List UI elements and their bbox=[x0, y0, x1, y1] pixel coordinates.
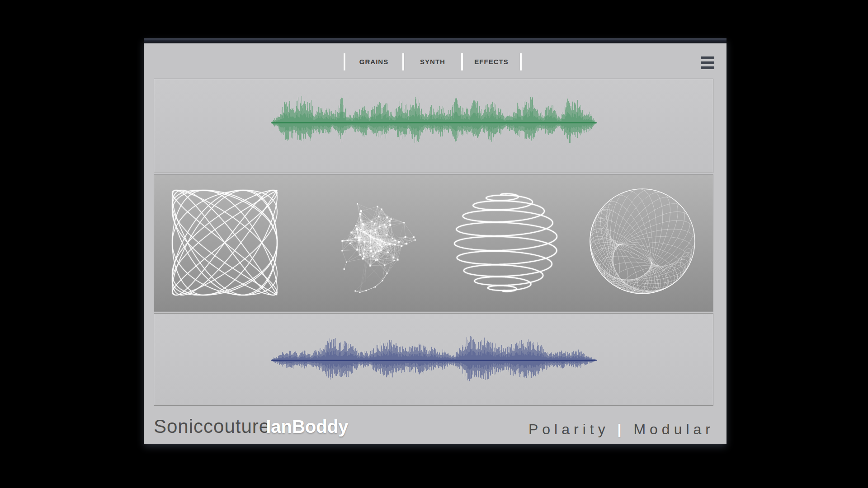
lissajous-figure bbox=[168, 186, 281, 299]
product-name-right: Modular bbox=[633, 421, 714, 437]
page-tab-bar: GRAINS SYNTH EFFECTS bbox=[344, 53, 522, 70]
synth-waveform-panel bbox=[154, 313, 713, 406]
tab-effects[interactable]: EFFECTS bbox=[463, 53, 520, 70]
wireframe-sphere-figure bbox=[586, 185, 699, 298]
grains-waveform-panel bbox=[154, 79, 713, 173]
branding-left: SoniccoutureIanBoddy bbox=[154, 416, 348, 437]
tab-separator bbox=[520, 53, 522, 70]
product-separator: | bbox=[618, 421, 626, 437]
network-mesh-figure bbox=[319, 185, 432, 298]
screen-background: GRAINS SYNTH EFFECTS bbox=[0, 0, 868, 488]
tab-synth[interactable]: SYNTH bbox=[404, 53, 461, 70]
plugin-window: GRAINS SYNTH EFFECTS bbox=[144, 38, 726, 444]
product-title: Polarity | Modular bbox=[528, 421, 714, 438]
artist-logo-text: IanBoddy bbox=[266, 417, 348, 436]
company-logo-text: Soniccouture bbox=[154, 416, 270, 437]
hamburger-bar bbox=[701, 66, 714, 69]
synth-sample-waveform[interactable] bbox=[271, 314, 597, 405]
hamburger-bar bbox=[701, 61, 714, 64]
hamburger-bar bbox=[701, 56, 714, 59]
tab-grains[interactable]: GRAINS bbox=[345, 53, 402, 70]
hamburger-menu-icon[interactable] bbox=[701, 56, 714, 69]
window-top-edge bbox=[144, 38, 726, 43]
product-name-left: Polarity bbox=[528, 421, 609, 437]
spiral-sphere-figure bbox=[449, 185, 562, 300]
visualizer-panel bbox=[154, 174, 713, 312]
grains-sample-waveform[interactable] bbox=[271, 79, 597, 173]
